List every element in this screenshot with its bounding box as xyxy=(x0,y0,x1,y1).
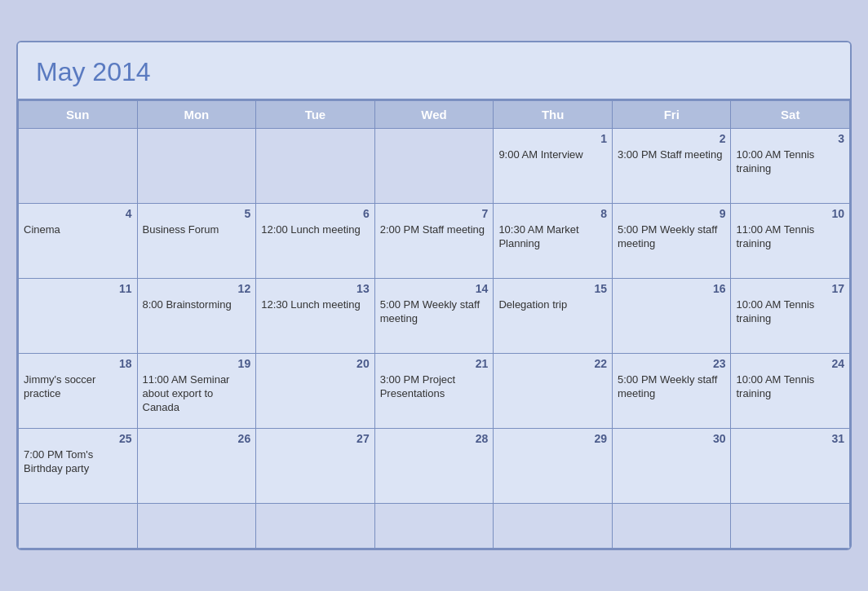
day-event: 12:30 Lunch meeting xyxy=(261,298,370,312)
day-number: 9 xyxy=(618,207,726,222)
day-number: 22 xyxy=(498,357,607,372)
day-cell[interactable] xyxy=(19,504,138,549)
calendar-row-1: 4Cinema5Business Forum612:00 Lunch meeti… xyxy=(19,204,850,279)
day-event: Jimmy's soccer practice xyxy=(24,373,132,401)
day-cell[interactable]: 29 xyxy=(494,429,613,504)
day-cell[interactable]: 1312:30 Lunch meeting xyxy=(256,279,375,354)
calendar-title: May 2014 xyxy=(36,57,151,86)
day-event: 3:00 PM Project Presentations xyxy=(380,373,489,401)
day-number: 2 xyxy=(618,132,726,147)
day-cell[interactable]: 2410:00 AM Tennis training xyxy=(731,354,850,429)
day-cell[interactable]: 31 xyxy=(731,429,850,504)
day-event: 7:00 PM Tom's Birthday party xyxy=(24,448,132,476)
day-number: 19 xyxy=(143,357,251,372)
calendar-row-2: 11128:00 Brainstorming1312:30 Lunch meet… xyxy=(19,279,850,354)
day-number: 27 xyxy=(261,432,370,447)
day-number: 18 xyxy=(24,357,132,372)
day-cell[interactable]: 128:00 Brainstorming xyxy=(137,279,256,354)
day-cell[interactable] xyxy=(137,504,256,549)
day-cell[interactable] xyxy=(256,504,375,549)
day-number: 21 xyxy=(380,357,489,372)
day-number: 23 xyxy=(618,357,726,372)
day-cell[interactable] xyxy=(494,504,613,549)
day-number: 28 xyxy=(380,432,489,447)
day-event: Cinema xyxy=(24,223,132,237)
day-number: 26 xyxy=(143,432,251,447)
day-cell[interactable]: 15Delegation trip xyxy=(494,279,613,354)
day-number: 14 xyxy=(380,282,489,297)
day-event: 5:00 PM Weekly staff meeting xyxy=(618,373,726,401)
day-number: 3 xyxy=(736,132,844,147)
day-cell[interactable]: 28 xyxy=(374,429,494,504)
day-cell[interactable]: 20 xyxy=(256,354,375,429)
calendar-container: May 2014 SunMonTueWedThuFriSat 19:00 AM … xyxy=(16,41,852,550)
day-cell[interactable]: 27 xyxy=(256,429,375,504)
day-cell[interactable]: 310:00 AM Tennis training xyxy=(731,129,850,204)
day-cell[interactable] xyxy=(612,504,731,549)
day-header-sun: Sun xyxy=(19,101,138,129)
day-cell[interactable]: 16 xyxy=(612,279,731,354)
day-cell[interactable] xyxy=(19,129,138,204)
day-cell[interactable]: 30 xyxy=(612,429,731,504)
day-event: 9:00 AM Interview xyxy=(498,148,607,162)
day-header-mon: Mon xyxy=(137,101,256,129)
day-event: Business Forum xyxy=(143,223,251,237)
day-number: 13 xyxy=(261,282,370,297)
day-cell[interactable]: 1911:00 AM Seminar about export to Canad… xyxy=(137,354,256,429)
day-cell[interactable]: 95:00 PM Weekly staff meeting xyxy=(612,204,731,279)
header-row: SunMonTueWedThuFriSat xyxy=(19,101,850,129)
day-number: 25 xyxy=(24,432,132,447)
day-number: 1 xyxy=(498,132,607,147)
day-number: 5 xyxy=(143,207,251,222)
day-cell[interactable]: 1710:00 AM Tennis training xyxy=(731,279,850,354)
day-header-fri: Fri xyxy=(612,101,731,129)
day-cell[interactable]: 22 xyxy=(494,354,613,429)
day-cell[interactable] xyxy=(374,504,494,549)
day-event: Delegation trip xyxy=(498,298,607,312)
day-event: 3:00 PM Staff meeting xyxy=(618,148,726,162)
day-cell[interactable] xyxy=(256,129,375,204)
day-cell[interactable]: 145:00 PM Weekly staff meeting xyxy=(374,279,494,354)
day-number: 11 xyxy=(24,282,132,297)
day-header-wed: Wed xyxy=(374,101,494,129)
calendar-row-0: 19:00 AM Interview23:00 PM Staff meeting… xyxy=(19,129,850,204)
day-event: 10:00 AM Tennis training xyxy=(736,298,844,326)
day-header-tue: Tue xyxy=(256,101,375,129)
calendar-row-4: 257:00 PM Tom's Birthday party2627282930… xyxy=(19,429,850,504)
day-cell[interactable]: 72:00 PM Staff meeting xyxy=(374,204,494,279)
day-cell[interactable] xyxy=(374,129,494,204)
day-number: 12 xyxy=(143,282,251,297)
day-cell[interactable]: 612:00 Lunch meeting xyxy=(256,204,375,279)
day-cell[interactable]: 5Business Forum xyxy=(137,204,256,279)
day-cell[interactable]: 11 xyxy=(19,279,138,354)
day-number: 7 xyxy=(380,207,489,222)
calendar-grid: SunMonTueWedThuFriSat 19:00 AM Interview… xyxy=(18,100,850,549)
day-number: 31 xyxy=(736,432,844,447)
day-number: 10 xyxy=(736,207,844,222)
day-cell[interactable]: 235:00 PM Weekly staff meeting xyxy=(612,354,731,429)
day-cell[interactable]: 810:30 AM Market Planning xyxy=(494,204,613,279)
day-event: 10:00 AM Tennis training xyxy=(736,373,844,401)
day-cell[interactable] xyxy=(731,504,850,549)
day-cell[interactable]: 213:00 PM Project Presentations xyxy=(374,354,494,429)
day-cell[interactable]: 23:00 PM Staff meeting xyxy=(612,129,731,204)
day-cell[interactable]: 18Jimmy's soccer practice xyxy=(19,354,138,429)
day-number: 16 xyxy=(618,282,726,297)
day-number: 4 xyxy=(24,207,132,222)
day-cell[interactable]: 26 xyxy=(137,429,256,504)
day-cell[interactable] xyxy=(137,129,256,204)
day-cell[interactable]: 19:00 AM Interview xyxy=(494,129,613,204)
day-cell[interactable]: 257:00 PM Tom's Birthday party xyxy=(19,429,138,504)
calendar-row-5 xyxy=(19,504,850,549)
day-event: 11:00 AM Tennis training xyxy=(736,223,844,251)
day-number: 24 xyxy=(736,357,844,372)
day-header-thu: Thu xyxy=(494,101,613,129)
day-cell[interactable]: 4Cinema xyxy=(19,204,138,279)
day-event: 8:00 Brainstorming xyxy=(143,298,251,312)
day-event: 5:00 PM Weekly staff meeting xyxy=(380,298,489,326)
day-number: 20 xyxy=(261,357,370,372)
day-cell[interactable]: 1011:00 AM Tennis training xyxy=(731,204,850,279)
day-event: 10:30 AM Market Planning xyxy=(498,223,607,251)
day-event: 10:00 AM Tennis training xyxy=(736,148,844,176)
day-event: 12:00 Lunch meeting xyxy=(261,223,370,237)
